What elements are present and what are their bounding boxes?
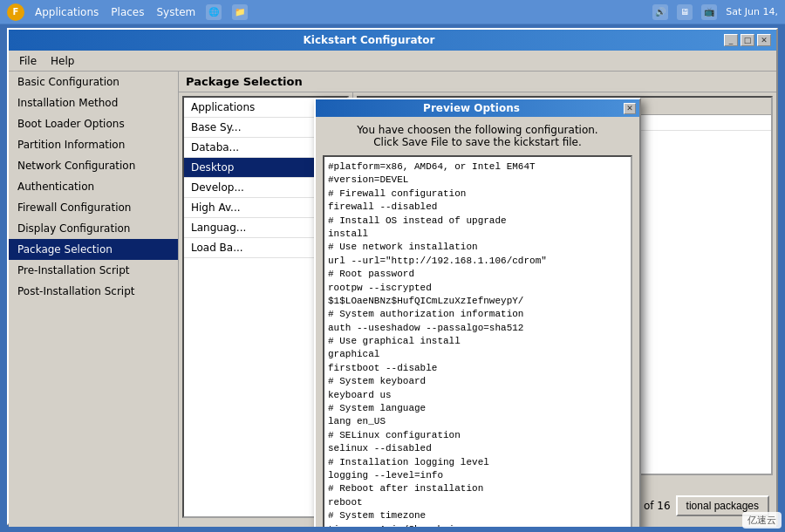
menu-bar: File Help: [9, 51, 776, 72]
dialog-message: You have choosen the following configura…: [316, 117, 639, 152]
close-button[interactable]: ✕: [757, 34, 771, 46]
system-bar: F Applications Places System 🌐 📁 🔊 🖥 📺 S…: [0, 0, 785, 24]
dialog-title: Preview Options: [319, 102, 624, 114]
maximize-button[interactable]: □: [741, 34, 754, 46]
sidebar: Basic Configuration Installation Method …: [9, 72, 179, 527]
file-menu[interactable]: File: [12, 53, 44, 69]
sidebar-item-post-installation-script[interactable]: Post-Installation Script: [9, 281, 178, 302]
system-menu-item[interactable]: System: [156, 6, 195, 18]
help-menu[interactable]: Help: [44, 53, 81, 69]
preview-options-dialog: Preview Options ✕ You have choosen the f…: [314, 98, 641, 527]
app-window: Kickstart Configurator _ □ ✕ File Help B…: [7, 28, 778, 525]
sidebar-item-network-configuration[interactable]: Network Configuration: [9, 155, 178, 176]
sidebar-item-partition-information[interactable]: Partition Information: [9, 134, 178, 155]
globe-icon: 🌐: [206, 4, 222, 20]
sidebar-item-pre-installation-script[interactable]: Pre-Installation Script: [9, 260, 178, 281]
sidebar-item-firewall-configuration[interactable]: Firewall Configuration: [9, 197, 178, 218]
applications-menu[interactable]: Applications: [35, 6, 99, 18]
monitor-icon[interactable]: 📺: [701, 4, 717, 20]
dialog-message-line2: Click Save File to save the kickstart fi…: [326, 136, 629, 148]
system-bar-left: F Applications Places System 🌐 📁: [7, 3, 248, 21]
dialog-overlay: Preview Options ✕ You have choosen the f…: [179, 72, 776, 527]
dialog-title-bar: Preview Options ✕: [316, 99, 639, 117]
system-menu[interactable]: Applications Places System: [35, 6, 195, 18]
sidebar-item-display-configuration[interactable]: Display Configuration: [9, 218, 178, 239]
volume-icon[interactable]: 🔊: [652, 4, 668, 20]
dialog-close-button[interactable]: ✕: [624, 103, 636, 114]
network-icon[interactable]: 🖥: [677, 4, 693, 20]
sidebar-item-authentication[interactable]: Authentication: [9, 176, 178, 197]
window-controls[interactable]: _ □ ✕: [724, 34, 771, 46]
system-bar-right: 🔊 🖥 📺 Sat Jun 14,: [652, 4, 778, 20]
sidebar-item-boot-loader-options[interactable]: Boot Loader Options: [9, 113, 178, 134]
window-title: Kickstart Configurator: [14, 34, 724, 46]
title-bar: Kickstart Configurator _ □ ✕: [9, 30, 776, 51]
datetime-display: Sat Jun 14,: [726, 6, 778, 17]
app-content: Basic Configuration Installation Method …: [9, 72, 776, 527]
sidebar-item-basic-configuration[interactable]: Basic Configuration: [9, 72, 178, 92]
main-panel: Package Selection Applications Base Sy..…: [179, 72, 776, 527]
places-menu[interactable]: Places: [111, 6, 144, 18]
dialog-message-line1: You have choosen the following configura…: [326, 124, 629, 136]
minimize-button[interactable]: _: [724, 34, 738, 46]
folder-icon: 📁: [232, 4, 248, 20]
dialog-content-area[interactable]: #platform=x86, AMD64, or Intel EM64T#ver…: [323, 155, 632, 527]
sidebar-item-package-selection[interactable]: Package Selection: [9, 239, 178, 260]
fedora-icon: F: [7, 3, 24, 21]
sidebar-item-installation-method[interactable]: Installation Method: [9, 92, 178, 113]
